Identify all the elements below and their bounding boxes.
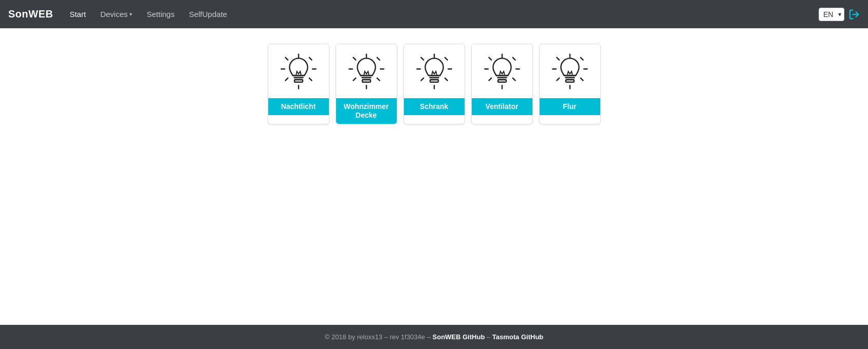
svg-line-53 [557,57,559,60]
device-label: Wohnzimmer Decke [336,98,397,124]
svg-line-32 [445,78,447,80]
svg-line-6 [309,57,311,60]
bulb-icon [482,51,523,92]
bulb-icon [346,51,387,92]
device-label: Flur [540,98,600,115]
svg-line-18 [377,57,379,60]
nav-settings[interactable]: Settings [140,6,180,23]
language-selector-wrapper: EN DE [819,8,844,21]
navbar: SonWEB Start Devices ▾ Settings SelfUpda… [0,0,868,28]
svg-line-31 [421,78,423,80]
footer: © 2018 by reloxx13 – rev 1f3034e – SonWE… [0,325,868,349]
bulb-icon [278,51,319,92]
device-icon-area [336,44,397,98]
svg-line-55 [557,78,559,80]
svg-line-19 [353,78,356,80]
navbar-right: EN DE [819,8,860,21]
device-card-nachtlicht[interactable]: Nachtlicht [268,44,329,124]
svg-line-5 [285,57,288,60]
devices-grid: Nachtlicht [268,44,601,124]
nav-devices[interactable]: Devices ▾ [94,6,138,23]
main-content: Nachtlicht [0,28,868,325]
device-label: Schrank [404,98,465,115]
device-icon-area [268,44,329,98]
svg-rect-60 [566,80,574,82]
svg-line-54 [580,57,583,60]
logout-icon [848,9,860,20]
device-card-wohnzimmer-decke[interactable]: Wohnzimmer Decke [336,44,397,124]
device-label: Nachtlicht [268,98,329,115]
device-icon-area [472,44,532,98]
svg-rect-48 [498,80,506,82]
svg-rect-36 [430,80,438,82]
nav-selfupdate[interactable]: SelfUpdate [183,6,233,23]
svg-line-41 [489,57,491,60]
nav-start[interactable]: Start [63,6,92,23]
tasmota-github-link[interactable]: Tasmota GitHub [492,333,543,341]
svg-line-8 [309,78,311,80]
device-card-flur[interactable]: Flur [539,44,601,124]
bulb-icon [549,51,590,92]
svg-line-17 [353,57,356,60]
svg-line-44 [512,78,515,80]
svg-rect-12 [294,80,303,82]
svg-rect-24 [362,80,371,82]
svg-line-56 [580,78,583,80]
language-select[interactable]: EN DE [819,8,844,21]
chevron-down-icon: ▾ [130,11,132,17]
footer-text: © 2018 by reloxx13 – rev 1f3034e – SonWE… [325,333,544,341]
svg-line-7 [285,78,288,80]
logout-button[interactable] [848,9,860,20]
device-card-ventilator[interactable]: Ventilator [471,44,533,124]
device-label: Ventilator [472,98,532,115]
svg-line-42 [512,57,515,60]
svg-line-30 [445,57,447,60]
device-icon-area [404,44,465,98]
device-icon-area [540,44,600,98]
sonweb-github-link[interactable]: SonWEB GitHub [433,333,485,341]
svg-line-43 [489,78,491,80]
app-brand: SonWEB [8,8,53,20]
bulb-icon [414,51,455,92]
svg-line-29 [421,57,423,60]
nav-links: Start Devices ▾ Settings SelfUpdate [63,6,819,23]
device-card-schrank[interactable]: Schrank [403,44,465,124]
svg-line-20 [377,78,379,80]
